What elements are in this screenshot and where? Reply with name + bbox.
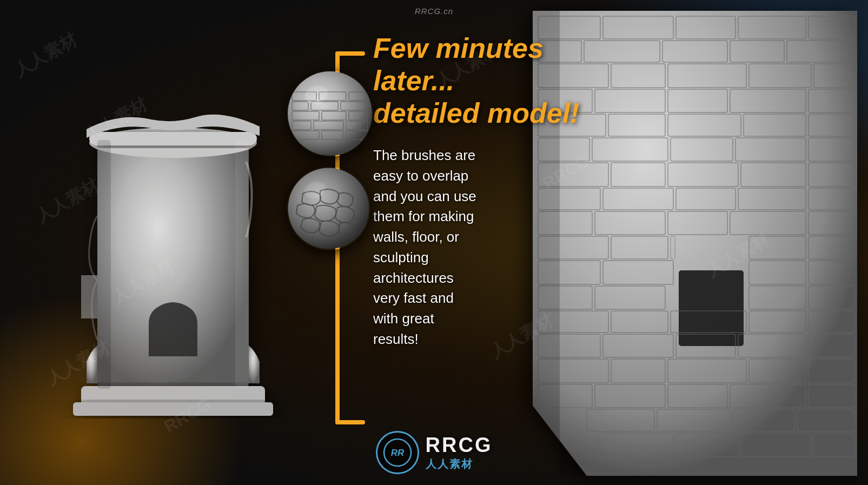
svg-point-116 bbox=[288, 168, 369, 249]
sphere-brick bbox=[287, 70, 373, 157]
bottom-logo: RR RRCG 人人素材 bbox=[376, 431, 493, 474]
desc-line3: and you can use bbox=[373, 188, 476, 204]
smooth-sculpture-svg bbox=[43, 32, 303, 454]
center-panel: Few minutes later... detailed model! The… bbox=[324, 22, 736, 465]
svg-rect-94 bbox=[335, 51, 365, 56]
headline-line3: detailed model! bbox=[373, 97, 725, 130]
svg-point-98 bbox=[288, 71, 372, 156]
logo-rrcg-text: RRCG bbox=[426, 434, 493, 457]
logo-circle: RR bbox=[376, 431, 419, 474]
sphere-stone-svg bbox=[287, 167, 370, 250]
text-content: Few minutes later... detailed model! The… bbox=[368, 22, 736, 465]
desc-line2: easy to overlap bbox=[373, 168, 468, 184]
sphere-previews bbox=[287, 70, 373, 250]
sphere-brick-svg bbox=[287, 70, 373, 157]
svg-rect-4 bbox=[73, 402, 273, 416]
svg-text:RR: RR bbox=[390, 448, 404, 458]
desc-line8: very fast and bbox=[373, 290, 454, 306]
svg-rect-5 bbox=[97, 140, 111, 389]
desc-line9: with great bbox=[373, 310, 434, 327]
site-label-text: RRCG.cn bbox=[415, 6, 453, 16]
description-text: The brushes are easy to overlap and you … bbox=[373, 145, 568, 349]
headline-line2: later... bbox=[373, 65, 725, 97]
logo-text-group: RRCG 人人素材 bbox=[426, 434, 493, 471]
headline-line1: Few minutes bbox=[373, 32, 725, 65]
desc-line10: results! bbox=[373, 331, 419, 347]
logo-icon-svg: RR bbox=[383, 438, 412, 467]
headline: Few minutes later... detailed model! bbox=[373, 32, 725, 129]
sphere-stone bbox=[287, 167, 370, 250]
svg-rect-6 bbox=[235, 140, 249, 389]
desc-line6: sculpting bbox=[373, 249, 429, 265]
svg-rect-3 bbox=[81, 386, 265, 405]
desc-line1: The brushes are bbox=[373, 147, 475, 163]
logo-chinese-text: 人人素材 bbox=[426, 457, 493, 471]
svg-rect-2 bbox=[89, 132, 257, 145]
desc-line5: walls, floor, or bbox=[373, 229, 459, 245]
desc-line7: architectures bbox=[373, 270, 454, 286]
svg-rect-96 bbox=[335, 420, 365, 424]
desc-line4: them for making bbox=[373, 208, 474, 224]
site-label: RRCG.cn bbox=[415, 6, 453, 16]
